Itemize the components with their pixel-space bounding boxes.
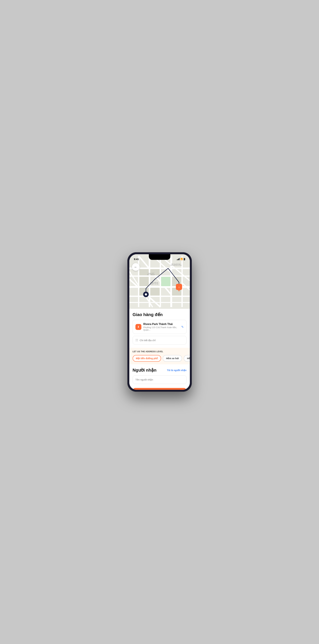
phone-screen: 9:41 📶 ▓ [129, 254, 190, 390]
status-time: 9:41 [134, 258, 139, 260]
level-option-label-2: Hẻm xe hơi [187, 357, 190, 360]
content-scroll[interactable]: Giao hàng đến ⬇ Rivera Park Thành Thái P… [129, 309, 190, 390]
svg-point-31 [145, 293, 147, 296]
detail-input-icon: ☷ [135, 338, 138, 342]
detail-input[interactable] [140, 339, 184, 342]
confirm-button[interactable]: Confirm [133, 388, 187, 390]
level-option-2[interactable]: Hẻm xe hơi [184, 355, 190, 362]
address-level-section: LET US THE ADDRESS LEVEL Mặt tiền đường … [129, 348, 190, 364]
address-level-options: Mặt tiền đường phố Hẻm xe hơi Hẻm xe hơi [133, 355, 187, 362]
status-icons: 📶 ▓ [177, 258, 185, 260]
battery-icon: ▓ [184, 258, 185, 260]
level-option-label-1: Hẻm xe hơi [166, 357, 179, 360]
recipient-header: Người nhận Tôi là người nhận [133, 368, 187, 373]
address-name: Rivera Park Thành Thái [143, 323, 179, 326]
level-option-0[interactable]: Mặt tiền đường phố [133, 355, 161, 362]
confirm-section: Confirm [129, 386, 190, 390]
back-button[interactable]: ← [132, 263, 140, 271]
svg-text:Ernst Thälmann: Ernst Thälmann [147, 274, 155, 275]
svg-text:Nguyễn Thái Học: Nguyễn Thái Học [150, 283, 158, 285]
svg-text:↓: ↓ [178, 285, 180, 288]
map-section: Trường THPT Ernst Thälmann Trường Tiểu h… [129, 254, 190, 309]
edit-icon[interactable]: ✎ [181, 325, 184, 329]
delivery-title: Giao hàng đến [133, 312, 187, 317]
location-down-icon: ⬇ [137, 325, 139, 328]
wifi-icon: 📶 [180, 258, 183, 260]
address-level-title: LET US THE ADDRESS LEVEL [133, 350, 187, 353]
map-svg: Trường THPT Ernst Thälmann Trường Tiểu h… [129, 254, 190, 309]
address-icon-wrap: ⬇ [135, 324, 141, 330]
svg-rect-18 [139, 277, 149, 286]
level-option-label-0: Mặt tiền đường phố [136, 357, 158, 360]
svg-rect-19 [161, 277, 170, 286]
recipient-input-wrap[interactable] [133, 376, 187, 384]
delivery-section: Giao hàng đến ⬇ Rivera Park Thành Thái P… [129, 309, 190, 344]
level-option-1[interactable]: Hẻm xe hơi [163, 355, 182, 362]
recipient-name-input[interactable] [135, 378, 184, 381]
signal-icon [177, 258, 180, 260]
address-sub: Phường 115 C16,Thanh Xuân Bắc, Quận... [143, 326, 179, 331]
recipient-section: Người nhận Tôi là người nhận [129, 364, 190, 386]
recipient-title: Người nhận [133, 368, 157, 373]
notch [149, 254, 170, 260]
svg-rect-21 [150, 288, 159, 296]
detail-input-wrap[interactable]: ☷ [133, 336, 187, 344]
phone-frame: 9:41 📶 ▓ [127, 252, 192, 392]
address-text: Rivera Park Thành Thái Phường 115 C16,Th… [143, 323, 179, 331]
address-card: ⬇ Rivera Park Thành Thái Phường 115 C16,… [133, 320, 187, 334]
back-arrow-icon: ← [134, 265, 137, 269]
recipient-self-link[interactable]: Tôi là người nhận [167, 369, 187, 372]
svg-text:Thành phố Hồ Chí Minh: Thành phố Hồ Chí Minh [170, 265, 182, 266]
